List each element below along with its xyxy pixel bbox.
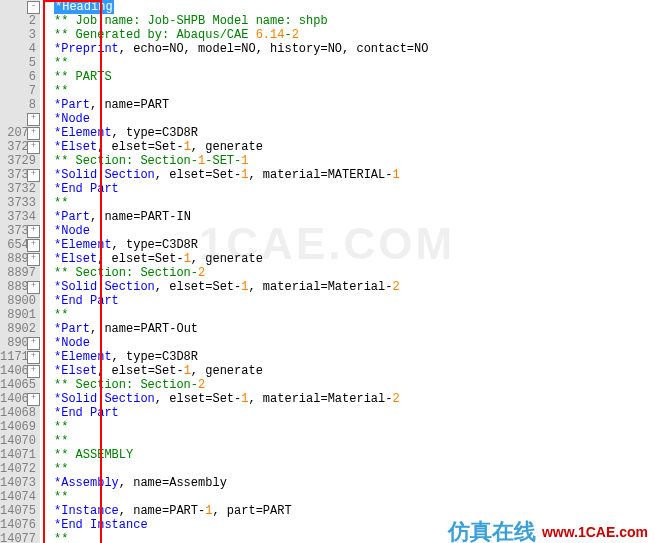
code-line[interactable]: ** Generated by: Abaqus/CAE 6.14-2 [40,28,654,42]
fold-expanded-icon[interactable]: - [27,1,40,14]
fold-collapsed-icon[interactable]: + [27,281,40,294]
code-line[interactable]: ** [40,308,654,322]
line-number: 14076 [0,518,40,532]
code-line[interactable]: +*Node [40,336,654,350]
line-number: 14069 [0,420,40,434]
line-number: 14068 [0,406,40,420]
code-line[interactable]: ** PARTS [40,70,654,84]
code-area[interactable]: -*Heading** Job name: Job-SHPB Model nam… [40,0,654,543]
line-number: 8 [0,98,40,112]
line-number: 4 [0,42,40,56]
line-number: 3732 [0,182,40,196]
line-number: 7 [0,84,40,98]
line-number: 14074 [0,490,40,504]
line-number: 14070 [0,434,40,448]
code-editor[interactable]: 1234567892074372737293730373237333734373… [0,0,654,543]
code-line[interactable]: *Assembly, name=Assembly [40,476,654,490]
fold-collapsed-icon[interactable]: + [27,141,40,154]
code-line[interactable]: +*Solid Section, elset=Set-1, material=M… [40,392,654,406]
line-number: 14072 [0,462,40,476]
line-number: 14071 [0,448,40,462]
code-line[interactable]: +*Node [40,112,654,126]
fold-collapsed-icon[interactable]: + [27,393,40,406]
line-number: 3 [0,28,40,42]
line-number: 3729 [0,154,40,168]
fold-collapsed-icon[interactable]: + [27,113,40,126]
code-line[interactable]: ** [40,56,654,70]
code-line[interactable]: ** Job name: Job-SHPB Model name: shpb [40,14,654,28]
code-line[interactable]: ** [40,434,654,448]
watermark-corner: 仿真在线 www.1CAE.com [448,525,648,539]
code-line[interactable]: +*Element, type=C3D8R [40,350,654,364]
line-number: 3734 [0,210,40,224]
code-line[interactable]: +*Element, type=C3D8R [40,238,654,252]
fold-collapsed-icon[interactable]: + [27,337,40,350]
code-line[interactable]: *End Part [40,294,654,308]
line-number: 8897 [0,266,40,280]
fold-collapsed-icon[interactable]: + [27,365,40,378]
line-number: 5 [0,56,40,70]
code-line[interactable]: +*Elset, elset=Set-1, generate [40,140,654,154]
code-line[interactable]: *End Part [40,406,654,420]
watermark-url: www.1CAE.com [542,525,648,539]
fold-collapsed-icon[interactable]: + [27,169,40,182]
line-number: 3733 [0,196,40,210]
code-line[interactable]: ** [40,196,654,210]
code-line[interactable]: ** ASSEMBLY [40,448,654,462]
code-line[interactable]: ** Section: Section-2 [40,378,654,392]
code-line[interactable]: *Part, name=PART [40,98,654,112]
code-line[interactable]: *End Part [40,182,654,196]
fold-collapsed-icon[interactable]: + [27,127,40,140]
line-number-gutter: 1234567892074372737293730373237333734373… [0,0,40,543]
code-line[interactable]: +*Elset, elset=Set-1, generate [40,252,654,266]
line-number: 2 [0,14,40,28]
line-number: 8902 [0,322,40,336]
line-number: 14075 [0,504,40,518]
fold-collapsed-icon[interactable]: + [27,225,40,238]
code-line[interactable]: -*Heading [40,0,654,14]
code-line[interactable]: +*Solid Section, elset=Set-1, material=M… [40,280,654,294]
code-line[interactable]: ** [40,490,654,504]
code-line[interactable]: +*Solid Section, elset=Set-1, material=M… [40,168,654,182]
code-line[interactable]: +*Element, type=C3D8R [40,126,654,140]
watermark-text: 仿真在线 [448,525,536,539]
line-number: 6 [0,70,40,84]
code-line[interactable]: ** Section: Section-2 [40,266,654,280]
code-line[interactable]: *Part, name=PART-IN [40,210,654,224]
code-line[interactable]: *Part, name=PART-Out [40,322,654,336]
code-line[interactable]: *Instance, name=PART-1, part=PART [40,504,654,518]
line-number: 8900 [0,294,40,308]
fold-collapsed-icon[interactable]: + [27,239,40,252]
line-number: 14073 [0,476,40,490]
fold-collapsed-icon[interactable]: + [27,351,40,364]
line-number: 8901 [0,308,40,322]
code-line[interactable]: ** [40,84,654,98]
code-line[interactable]: ** Section: Section-1-SET-1 [40,154,654,168]
code-line[interactable]: +*Elset, elset=Set-1, generate [40,364,654,378]
fold-collapsed-icon[interactable]: + [27,253,40,266]
code-line[interactable]: ** [40,420,654,434]
line-number: 14077 [0,532,40,543]
code-line[interactable]: +*Node [40,224,654,238]
line-number: 14065 [0,378,40,392]
code-line[interactable]: *Preprint, echo=NO, model=NO, history=NO… [40,42,654,56]
code-line[interactable]: ** [40,462,654,476]
